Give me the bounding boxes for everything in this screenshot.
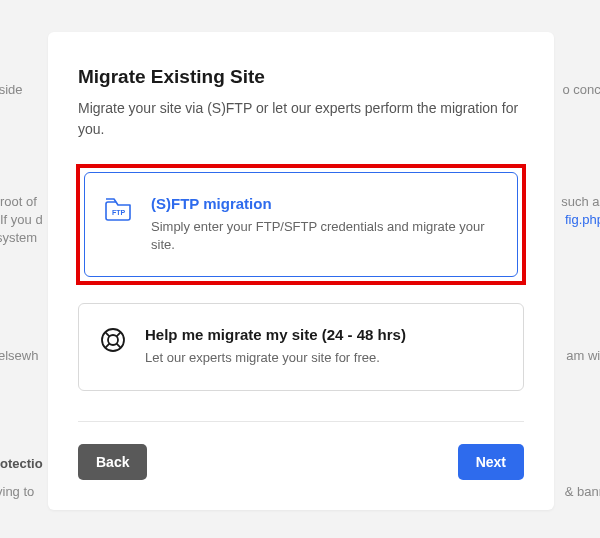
modal-subtitle: Migrate your site via (S)FTP or let our … — [78, 98, 524, 140]
bg-text: r-side — [0, 82, 23, 97]
option-body: (S)FTP migration Simply enter your FTP/S… — [151, 195, 497, 254]
modal-footer: Back Next — [78, 444, 524, 480]
bg-text: o concu — [562, 82, 600, 97]
svg-line-6 — [117, 344, 121, 348]
option-sftp-title: (S)FTP migration — [151, 195, 497, 212]
option-body: Help me migrate my site (24 - 48 hrs) Le… — [145, 326, 503, 367]
life-ring-icon — [99, 326, 127, 354]
next-button[interactable]: Next — [458, 444, 524, 480]
ftp-folder-icon: FTP — [105, 195, 133, 223]
bg-text: system — [0, 230, 37, 245]
bg-text: am will — [566, 348, 600, 363]
svg-line-5 — [105, 344, 109, 348]
bg-text: ying to — [0, 484, 34, 499]
highlight-box: FTP (S)FTP migration Simply enter your F… — [76, 164, 526, 285]
svg-line-3 — [105, 333, 109, 337]
option-help[interactable]: Help me migrate my site (24 - 48 hrs) Le… — [78, 303, 524, 390]
option-help-desc: Let our experts migrate your site for fr… — [145, 349, 503, 367]
svg-point-2 — [108, 335, 118, 345]
bg-text: If you d — [0, 212, 43, 227]
bg-text: root of — [0, 194, 37, 209]
bg-text: fig.php — [565, 212, 600, 227]
option-help-title: Help me migrate my site (24 - 48 hrs) — [145, 326, 503, 343]
modal-title: Migrate Existing Site — [78, 66, 524, 88]
svg-text:FTP: FTP — [112, 209, 126, 216]
option-sftp[interactable]: FTP (S)FTP migration Simply enter your F… — [84, 172, 518, 277]
bg-text: & bann — [565, 484, 600, 499]
divider — [78, 421, 524, 422]
option-sftp-desc: Simply enter your FTP/SFTP credentials a… — [151, 218, 497, 254]
svg-line-4 — [117, 333, 121, 337]
bg-text: otectio — [0, 456, 43, 471]
migrate-modal: Migrate Existing Site Migrate your site … — [48, 32, 554, 510]
bg-text: such as — [561, 194, 600, 209]
back-button[interactable]: Back — [78, 444, 147, 480]
bg-text: elsewh — [0, 348, 38, 363]
